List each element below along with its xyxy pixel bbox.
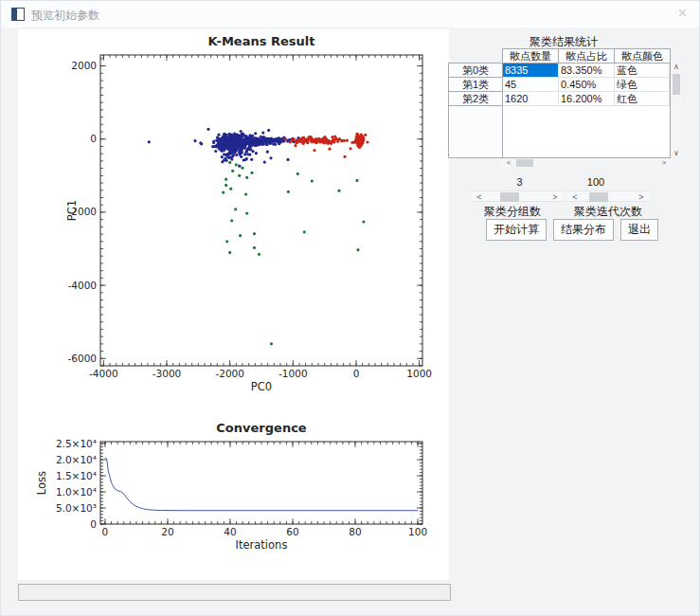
scroll-up-icon[interactable]: ∧: [672, 63, 681, 72]
points-cluster-2: [284, 133, 369, 158]
button-row: 开始计算 结果分布 退出: [486, 219, 658, 241]
loss-curve: [105, 458, 418, 511]
svg-text:60: 60: [286, 526, 298, 537]
app-window-icon: [11, 8, 25, 21]
scroll-right-icon[interactable]: >: [659, 158, 669, 168]
cell-class2-percent[interactable]: 16.200%: [559, 92, 615, 106]
convergence-line-axes: 02040608010005.0×10³1.0×10⁴1.5×10⁴2.0×10…: [35, 421, 427, 552]
svg-text:1.0×10⁴: 1.0×10⁴: [56, 486, 97, 498]
row-header-class0[interactable]: 第0类: [448, 63, 503, 78]
iteration-count-scrollbar[interactable]: < >: [567, 190, 649, 202]
scroll-right-icon[interactable]: >: [550, 191, 560, 203]
column-header-count[interactable]: 散点数量: [502, 48, 559, 63]
scroll-left-icon[interactable]: <: [475, 191, 484, 203]
svg-text:K-Means Result: K-Means Result: [208, 34, 315, 48]
cell-class0-percent[interactable]: 83.350%: [559, 63, 615, 78]
svg-text:0: 0: [90, 133, 97, 144]
svg-text:PC1: PC1: [65, 200, 79, 221]
start-calculation-button[interactable]: 开始计算: [486, 219, 547, 241]
row-header-empty: [448, 105, 503, 158]
cell-class1-percent[interactable]: 0.450%: [559, 78, 615, 92]
svg-text:-4000: -4000: [89, 368, 118, 379]
svg-text:Loss: Loss: [35, 471, 48, 495]
vertical-scroll-thumb[interactable]: [673, 74, 680, 95]
svg-text:-2000: -2000: [215, 368, 244, 379]
cell-class0-count[interactable]: 8335: [503, 63, 559, 78]
group-count-value: 3: [475, 176, 565, 188]
scroll-right-icon[interactable]: >: [637, 191, 646, 203]
svg-text:0: 0: [353, 368, 360, 379]
dialog-window: 预览初始参数 × -4000-3000-2000-100001000-6000-…: [0, 0, 700, 616]
cell-class2-count[interactable]: 1620: [503, 92, 559, 106]
group-count-scrollbar[interactable]: < >: [472, 190, 563, 202]
result-distribution-button[interactable]: 结果分布: [553, 219, 614, 241]
group-count-label: 聚类分组数: [459, 204, 565, 220]
points-cluster-0: [148, 128, 300, 168]
svg-text:80: 80: [349, 526, 361, 537]
svg-text:PC0: PC0: [251, 380, 272, 393]
cell-class1-color[interactable]: 绿色: [615, 78, 670, 92]
row-header-class1[interactable]: 第1类: [448, 77, 503, 92]
cell-class1-count[interactable]: 45: [503, 78, 559, 92]
svg-text:100: 100: [408, 526, 427, 537]
cell-class0-color[interactable]: 蓝色: [615, 63, 670, 78]
scroll-left-icon[interactable]: <: [570, 191, 580, 203]
scroll-left-icon[interactable]: <: [504, 158, 513, 168]
svg-text:1.5×10⁴: 1.5×10⁴: [56, 470, 97, 481]
progress-bar: [18, 584, 451, 601]
svg-text:Iterations: Iterations: [236, 538, 288, 552]
close-icon[interactable]: ×: [678, 5, 687, 22]
iteration-count-label: 聚类迭代次数: [552, 204, 664, 220]
kmeans-scatter-axes: -4000-3000-2000-100001000-6000-4000-2000…: [65, 34, 432, 393]
cell-class2-color[interactable]: 红色: [615, 92, 670, 106]
stats-table: 散点数量 散点占比 散点颜色 第0类 第1类 第2类 8335 83.350% …: [448, 48, 681, 169]
svg-text:1000: 1000: [406, 368, 432, 379]
svg-text:5.0×10³: 5.0×10³: [56, 502, 97, 514]
iteration-count-value: 100: [555, 176, 637, 188]
column-header-color[interactable]: 散点颜色: [614, 48, 671, 63]
svg-text:20: 20: [161, 526, 173, 537]
row-header-class2[interactable]: 第2类: [448, 91, 503, 106]
horizontal-scroll-thumb[interactable]: [516, 159, 533, 167]
titlebar: 预览初始参数 ×: [1, 1, 699, 27]
exit-button[interactable]: 退出: [620, 219, 658, 241]
svg-text:0: 0: [102, 526, 109, 537]
svg-text:Convergence: Convergence: [216, 421, 307, 435]
svg-text:-3000: -3000: [153, 368, 182, 379]
plot-panel: -4000-3000-2000-100001000-6000-4000-2000…: [18, 29, 449, 580]
group-count-thumb[interactable]: [500, 192, 519, 202]
charts-canvas: -4000-3000-2000-100001000-6000-4000-2000…: [18, 29, 449, 580]
svg-text:2.5×10⁴: 2.5×10⁴: [56, 438, 97, 449]
points-cluster-1: [222, 161, 365, 346]
window-title: 预览初始参数: [31, 8, 99, 24]
table-vertical-scrollbar[interactable]: ∧ ∨: [672, 63, 681, 158]
svg-text:-6000: -6000: [67, 353, 97, 364]
svg-text:2.0×10⁴: 2.0×10⁴: [56, 454, 97, 465]
svg-text:-1000: -1000: [278, 368, 308, 379]
scroll-down-icon[interactable]: ∨: [672, 149, 681, 158]
iteration-count-thumb[interactable]: [589, 192, 608, 202]
table-horizontal-scrollbar[interactable]: < >: [502, 158, 671, 168]
svg-text:-4000: -4000: [67, 280, 97, 291]
svg-text:0: 0: [90, 518, 97, 530]
svg-text:40: 40: [224, 526, 236, 537]
svg-text:2000: 2000: [71, 60, 97, 71]
column-header-percent[interactable]: 散点占比: [558, 48, 615, 63]
